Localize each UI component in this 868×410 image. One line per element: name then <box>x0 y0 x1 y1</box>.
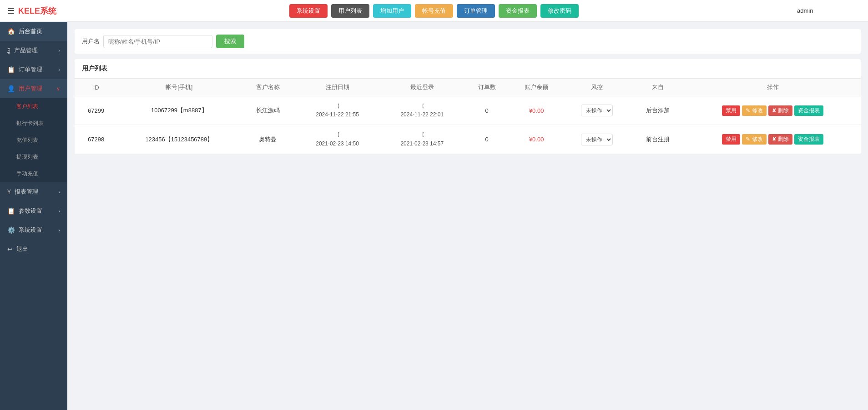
sidebar-item-customer-list[interactable]: 客户列表 <box>0 98 67 115</box>
settings-icon: ⚙️ <box>7 226 15 234</box>
sidebar-item-logout[interactable]: ↩ 退出 <box>0 240 67 259</box>
row2-disable-button[interactable]: 禁用 <box>722 134 740 145</box>
col-risk: 风控 <box>564 79 631 96</box>
col-actions: 操作 <box>685 79 861 96</box>
col-source: 来自 <box>631 79 685 96</box>
pencil-icon: ✎ <box>746 107 752 114</box>
row1-last-login: 【 2024-11-22 22:01 <box>380 96 464 125</box>
topbar-right: admin <box>797 7 861 14</box>
order-management-button[interactable]: 订单管理 <box>457 4 495 18</box>
row2-risk-select[interactable]: 未操作 已操作 <box>581 134 613 145</box>
recharge-button[interactable]: 帐号充值 <box>415 4 453 18</box>
row2-edit-button[interactable]: ✎ 修改 <box>742 134 766 145</box>
sidebar-item-withdraw-list[interactable]: 提现列表 <box>0 149 67 165</box>
search-button[interactable]: 搜索 <box>216 35 244 48</box>
row2-account: 123456【15123456789】 <box>117 125 241 154</box>
col-last-login: 最近登录 <box>380 79 464 96</box>
sidebar-item-params[interactable]: 📋 参数设置 › <box>0 201 67 220</box>
pencil-icon2: ✎ <box>746 136 752 142</box>
row2-balance: ¥0.00 <box>510 125 564 154</box>
table-header-row: ID 帐号[手机] 客户名称 注册日期 最近登录 订单数 账户余额 风控 来自 … <box>75 79 861 96</box>
row1-last-login-value: 2024-11-22 22:01 <box>400 111 444 118</box>
sidebar-user-label: 用户管理 <box>19 85 42 93</box>
sidebar-logout-label: 退出 <box>16 245 28 253</box>
chevron-right-icon5: › <box>58 227 60 233</box>
hamburger-icon[interactable]: ☰ <box>7 6 15 16</box>
bracket-icon2: 【 <box>419 103 424 109</box>
user-table-container: 用户列表 ID 帐号[手机] 客户名称 注册日期 最近登录 订单数 账户余额 风… <box>75 59 861 154</box>
search-input[interactable] <box>103 35 212 48</box>
row2-id: 67298 <box>75 125 117 154</box>
sidebar-item-user[interactable]: 👤 用户管理 ∨ <box>0 79 67 98</box>
row2-risk: 未操作 已操作 <box>564 125 631 154</box>
admin-label: admin <box>797 7 813 14</box>
trash-icon2: ✘ <box>772 136 778 142</box>
sidebar-dashboard-label: 后台首页 <box>19 27 42 35</box>
row2-last-login-value: 2021-02-23 14:57 <box>400 140 444 147</box>
table-row: 67299 10067299【m8887】 长江源码 【 2024-11-22 … <box>75 96 861 125</box>
user-sub-menu: 客户列表 银行卡列表 充值列表 提现列表 手动充值 <box>0 98 67 182</box>
row2-source: 前台注册 <box>631 125 685 154</box>
finance-report-button[interactable]: 资金报表 <box>499 4 537 18</box>
row1-account: 10067299【m8887】 <box>117 96 241 125</box>
system-settings-button[interactable]: 系统设置 <box>289 4 328 18</box>
row1-actions: 禁用 ✎ 修改 ✘ 删除 资金报表 <box>685 96 861 125</box>
bracket-icon: 【 <box>335 103 340 109</box>
sidebar-params-label: 参数设置 <box>19 207 42 215</box>
row2-reg-date: 【 2021-02-23 14:50 <box>295 125 380 154</box>
row2-action-btns: 禁用 ✎ 修改 ✘ 删除 资金报表 <box>690 134 855 145</box>
change-password-button[interactable]: 修改密码 <box>540 4 579 18</box>
row1-report-button[interactable]: 资金报表 <box>794 105 823 116</box>
sidebar-item-dashboard[interactable]: 🏠 后台首页 <box>0 22 67 41</box>
sidebar-item-recharge-list[interactable]: 充值列表 <box>0 132 67 149</box>
row1-id: 67299 <box>75 96 117 125</box>
sidebar-item-report[interactable]: ¥ 报表管理 › <box>0 182 67 201</box>
product-icon: ₿ <box>7 47 10 54</box>
home-icon: 🏠 <box>7 28 15 35</box>
sidebar-order-label: 订单管理 <box>19 65 42 74</box>
sidebar-item-sysset[interactable]: ⚙️ 系统设置 › <box>0 220 67 240</box>
row1-risk-select[interactable]: 未操作 已操作 <box>581 105 613 116</box>
row1-reg-date-value: 2024-11-22 21:55 <box>316 111 359 118</box>
topbar-nav: 系统设置 用户列表 增加用户 帐号充值 订单管理 资金报表 修改密码 <box>71 4 797 18</box>
row2-report-button[interactable]: 资金报表 <box>794 134 823 145</box>
row2-reg-date-value: 2021-02-23 14:50 <box>316 140 359 147</box>
logout-icon: ↩ <box>7 245 13 253</box>
add-user-button[interactable]: 增加用户 <box>373 4 411 18</box>
col-account: 帐号[手机] <box>117 79 241 96</box>
row2-name: 奥特曼 <box>241 125 295 154</box>
chevron-right-icon4: › <box>58 208 60 214</box>
row1-balance: ¥0.00 <box>510 96 564 125</box>
row2-delete-button[interactable]: ✘ 删除 <box>768 134 792 145</box>
user-table: ID 帐号[手机] 客户名称 注册日期 最近登录 订单数 账户余额 风控 来自 … <box>75 79 861 154</box>
row2-last-login: 【 2021-02-23 14:57 <box>380 125 464 154</box>
row2-orders: 0 <box>464 125 510 154</box>
sidebar-sysset-label: 系统设置 <box>19 226 42 234</box>
user-list-button[interactable]: 用户列表 <box>331 4 369 18</box>
col-id: ID <box>75 79 117 96</box>
chevron-right-icon: › <box>58 48 60 53</box>
row1-disable-button[interactable]: 禁用 <box>722 105 740 116</box>
row1-delete-button[interactable]: ✘ 删除 <box>768 105 792 116</box>
sidebar-item-bank-list[interactable]: 银行卡列表 <box>0 115 67 132</box>
row1-name: 长江源码 <box>241 96 295 125</box>
search-label: 用户名 <box>82 37 100 45</box>
bracket-icon3: 【 <box>335 132 340 137</box>
row1-action-btns: 禁用 ✎ 修改 ✘ 删除 资金报表 <box>690 105 855 116</box>
main-content: 用户名 搜索 用户列表 ID 帐号[手机] 客户名称 注册日期 最近登录 订单数… <box>67 22 868 410</box>
sidebar: 🏠 后台首页 ₿ 产品管理 › 📋 订单管理 › 👤 用户管理 ∨ 客户列表 银… <box>0 22 67 410</box>
row1-reg-date: 【 2024-11-22 21:55 <box>295 96 380 125</box>
user-icon: 👤 <box>7 85 15 92</box>
col-balance: 账户余额 <box>510 79 564 96</box>
row1-edit-button[interactable]: ✎ 修改 <box>742 105 766 116</box>
table-title: 用户列表 <box>75 59 861 79</box>
sidebar-item-order[interactable]: 📋 订单管理 › <box>0 60 67 79</box>
chevron-right-icon3: › <box>58 189 60 195</box>
col-reg-date: 注册日期 <box>295 79 380 96</box>
order-icon: 📋 <box>7 66 15 73</box>
sidebar-report-label: 报表管理 <box>15 188 38 196</box>
brand-logo: KELE系统 <box>18 5 56 16</box>
sidebar-item-manual-recharge[interactable]: 手动充值 <box>0 165 67 182</box>
sidebar-item-product[interactable]: ₿ 产品管理 › <box>0 41 67 60</box>
row1-risk: 未操作 已操作 <box>564 96 631 125</box>
